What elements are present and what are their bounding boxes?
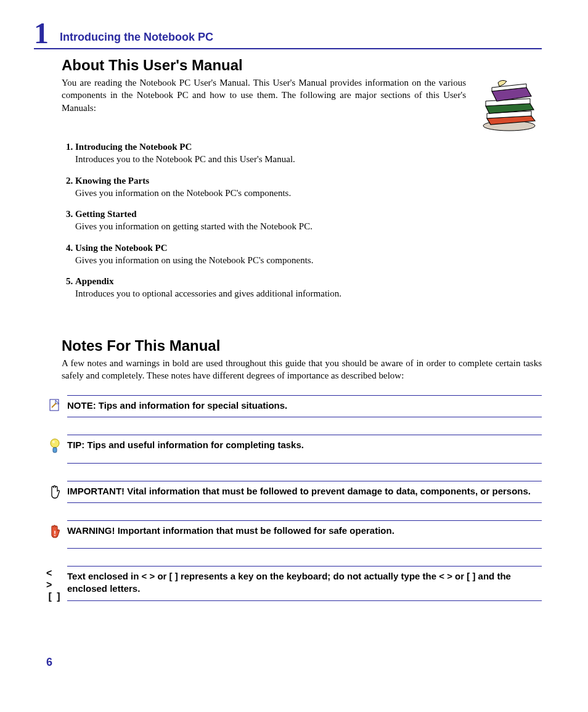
list-item-title: Getting Started bbox=[75, 209, 137, 219]
svg-rect-3 bbox=[53, 448, 57, 452]
list-item-desc: Gives you information on using the Noteb… bbox=[75, 254, 542, 266]
key-brackets-icon: < > [ ] bbox=[46, 566, 63, 603]
callout-important: IMPORTANT! Vital information that must b… bbox=[46, 481, 542, 503]
heading-about: About This User's Manual bbox=[62, 57, 542, 74]
list-item-title: Introducing the Notebook PC bbox=[75, 142, 192, 152]
callout-text: WARNING! Important information that must… bbox=[67, 520, 542, 549]
note-icon bbox=[46, 395, 63, 411]
callout-keys: < > [ ] Text enclosed in < > or [ ] repr… bbox=[46, 566, 542, 603]
callout-text: IMPORTANT! Vital information that must b… bbox=[67, 481, 542, 503]
chapter-header: 1 Introducing the Notebook PC bbox=[34, 18, 542, 49]
callout-text: TIP: Tips and useful information for com… bbox=[67, 435, 542, 463]
chapter-title: Introducing the Notebook PC bbox=[60, 31, 213, 44]
callouts: NOTE: Tips and information for special s… bbox=[46, 395, 542, 603]
svg-point-2 bbox=[51, 439, 59, 448]
angle-brackets: < > bbox=[46, 567, 63, 591]
section-about: About This User's Manual You are reading… bbox=[62, 57, 542, 300]
list-item-title: Knowing the Parts bbox=[75, 176, 149, 186]
books-icon bbox=[477, 76, 542, 132]
list-item: Appendix Introduces you to optional acce… bbox=[75, 275, 542, 300]
sections-list: Introducing the Notebook PC Introduces y… bbox=[62, 141, 542, 300]
callout-text: NOTE: Tips and information for special s… bbox=[67, 395, 542, 417]
list-item: Getting Started Gives you information on… bbox=[75, 208, 542, 233]
svg-point-4 bbox=[52, 441, 55, 443]
hand-stop-icon bbox=[46, 481, 63, 499]
chapter-number: 1 bbox=[34, 18, 49, 48]
callout-tip: TIP: Tips and useful information for com… bbox=[46, 435, 542, 463]
list-item: Introducing the Notebook PC Introduces y… bbox=[75, 141, 542, 166]
intro-block: You are reading the Notebook PC User's M… bbox=[62, 76, 542, 132]
lightbulb-icon bbox=[46, 435, 63, 456]
intro-text: You are reading the Notebook PC User's M… bbox=[62, 76, 466, 114]
callout-warning: WARNING! Important information that must… bbox=[46, 520, 542, 549]
list-item-desc: Introduces you to optional accessories a… bbox=[75, 287, 542, 300]
section-notes: Notes For This Manual A few notes and wa… bbox=[62, 337, 542, 382]
notes-intro: A few notes and warnings in bold are use… bbox=[62, 357, 542, 382]
list-item: Knowing the Parts Gives you information … bbox=[75, 174, 542, 200]
hand-warning-icon bbox=[46, 520, 63, 539]
document-page: 1 Introducing the Notebook PC About This… bbox=[0, 0, 588, 712]
square-brackets: [ ] bbox=[48, 591, 61, 602]
page-number: 6 bbox=[46, 656, 52, 669]
list-item: Using the Notebook PC Gives you informat… bbox=[75, 242, 542, 267]
heading-notes: Notes For This Manual bbox=[62, 337, 542, 354]
svg-point-6 bbox=[54, 534, 55, 536]
list-item-desc: Introduces you to the Notebook PC and th… bbox=[75, 153, 542, 165]
callout-text: Text enclosed in < > or [ ] represents a… bbox=[67, 566, 542, 601]
list-item-desc: Gives you information on getting started… bbox=[75, 220, 542, 232]
list-item-title: Using the Notebook PC bbox=[75, 243, 168, 253]
list-item-title: Appendix bbox=[75, 276, 114, 286]
list-item-desc: Gives you information on the Notebook PC… bbox=[75, 187, 542, 199]
callout-note: NOTE: Tips and information for special s… bbox=[46, 395, 542, 417]
